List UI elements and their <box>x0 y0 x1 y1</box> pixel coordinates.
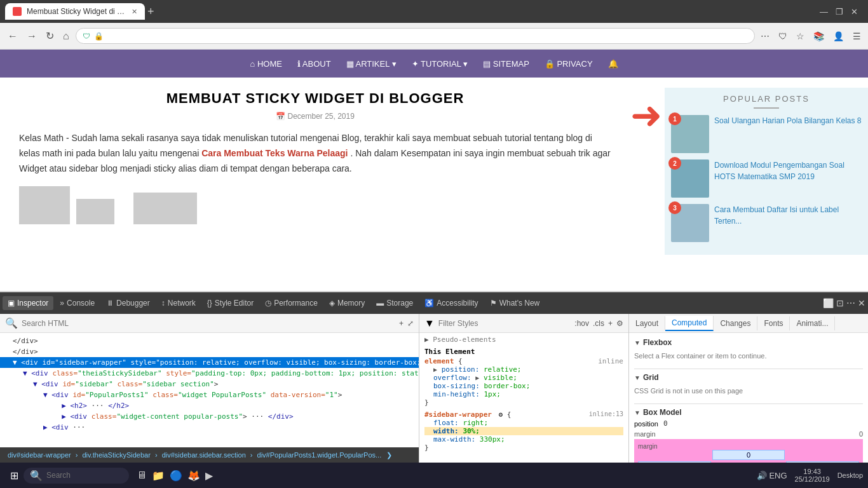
breadcrumb-chevron[interactable]: ❯ <box>386 451 392 459</box>
html-line[interactable]: ▶ <div ··· <box>0 422 419 433</box>
close-devtools-button[interactable]: ✕ <box>858 298 865 308</box>
home-button[interactable]: ⌂ <box>60 28 72 44</box>
shield-button[interactable]: 🛡 <box>776 29 789 43</box>
menu-button[interactable]: ☰ <box>851 29 863 43</box>
html-line[interactable]: ▼ <div id="sidebar" class="sidebar secti… <box>0 379 419 390</box>
pseudo-class-button[interactable]: :hov <box>574 319 589 328</box>
post-title-1[interactable]: Soal Ulangan Harian Pola Bilangan Kelas … <box>714 115 862 126</box>
profile-button[interactable]: 👤 <box>831 29 846 43</box>
post-num-3: 3 <box>668 201 681 214</box>
taskbar-clock[interactable]: 19:43 25/12/2019 <box>795 468 830 483</box>
post-thumb-3: 3 <box>671 204 709 242</box>
nav-about[interactable]: ℹ ABOUT <box>297 59 331 69</box>
start-button[interactable]: ⊞ <box>5 467 24 484</box>
section-divider-2 <box>634 403 863 404</box>
tab-inspector[interactable]: ▣ Inspector <box>3 296 53 310</box>
sidebar-wrapper-section: #sidebar-wrapper ⚙ inline:13 { float: ri… <box>424 410 623 452</box>
nav-privacy[interactable]: 🔒 PRIVACY <box>545 59 593 69</box>
tab-debugger[interactable]: ⏸ Debugger <box>101 296 155 310</box>
flexbox-header[interactable]: ▼ Flexbox <box>634 338 863 347</box>
more-button[interactable]: ⋯ <box>846 298 855 308</box>
taskbar-desktop[interactable]: Desktop <box>837 471 863 479</box>
taskbar-icon-folder[interactable]: 📁 <box>152 470 165 482</box>
tab-changes[interactable]: Changes <box>714 316 757 330</box>
pseudo-elements-header: Pseudo-elements <box>433 334 496 345</box>
tab-whats-new[interactable]: ⚑ What's New <box>485 296 545 310</box>
tab-favicon <box>13 7 22 16</box>
html-line[interactable]: ▼ <div id="PopularPosts1" class="widget … <box>0 390 419 400</box>
library-button[interactable]: 📚 <box>811 29 826 43</box>
lock-icon: 🔒 <box>94 32 104 41</box>
minimize-button[interactable]: — <box>820 7 828 17</box>
browser-tab[interactable]: Membuat Sticky Widget di Blo... ✕ <box>5 3 145 20</box>
tab-accessibility[interactable]: ♿ Accessibility <box>419 296 483 310</box>
taskbar-icon-monitor[interactable]: 🖥 <box>137 470 147 482</box>
box-model-header[interactable]: ▼ Box Model <box>634 408 863 417</box>
tab-layout[interactable]: Layout <box>629 316 665 330</box>
breadcrumb-text: div#sidebar-wrapper › div.theiaStickySid… <box>6 451 383 459</box>
taskbar-icon-firefox[interactable]: 🦊 <box>187 470 200 482</box>
breadcrumb-bar: div#sidebar-wrapper › div.theiaStickySid… <box>0 447 419 463</box>
box-model-section: ▼ Box Model position 0 margin 0 <box>634 408 863 463</box>
language-icon[interactable]: ENG <box>769 471 787 480</box>
bookmarks-button[interactable]: ⋯ <box>759 29 771 43</box>
html-line[interactable]: ▼ <div class="theiaStickySidebar" style=… <box>0 368 419 379</box>
grid-desc: CSS Grid is not in use on this page <box>634 384 863 397</box>
tab-performance[interactable]: ◷ Performance <box>260 296 323 310</box>
nav-artikel[interactable]: ▦ ARTIKEL ▾ <box>346 59 397 69</box>
expand-triangle[interactable]: ▶ <box>424 336 429 344</box>
tab-style-editor[interactable]: {} Style Editor <box>202 296 259 310</box>
close-button[interactable]: ✕ <box>851 7 858 17</box>
nav-home[interactable]: ⌂ HOME <box>250 59 281 69</box>
new-tab-button[interactable]: + <box>147 5 154 18</box>
taskbar-icon-edge[interactable]: 🔵 <box>170 470 182 482</box>
star-button[interactable]: ☆ <box>794 29 806 43</box>
flexbox-section: ▼ Flexbox Select a Flex container or ite… <box>634 338 863 362</box>
dock-button[interactable]: ⬜ <box>823 298 834 308</box>
post-title-2[interactable]: Download Modul Pengembangan Soal HOTS Ma… <box>714 159 862 182</box>
margin-label-text: margin <box>638 443 859 450</box>
taskbar-search-input[interactable] <box>46 471 123 480</box>
tab-storage[interactable]: ▬ Storage <box>371 296 418 310</box>
tab-memory[interactable]: ◈ Memory <box>324 296 370 310</box>
taskbar-search-icon: 🔍 <box>30 470 43 482</box>
back-button[interactable]: ← <box>5 28 20 44</box>
nav-bell[interactable]: 🔔 <box>608 59 618 69</box>
add-rule-button[interactable]: + <box>608 319 613 328</box>
expand-button[interactable]: ⤢ <box>407 319 414 328</box>
nav-tutorial[interactable]: ✦ TUTORIAL ▾ <box>412 59 468 69</box>
html-search-input[interactable] <box>22 319 395 328</box>
class-button[interactable]: .cls <box>593 319 604 328</box>
tab-animations[interactable]: Animati... <box>790 316 835 330</box>
close-tab-button[interactable]: ✕ <box>132 8 137 16</box>
settings-button[interactable]: ⚙ <box>616 319 623 328</box>
tab-console[interactable]: » Console <box>55 296 100 310</box>
post-num-2: 2 <box>668 157 681 170</box>
taskbar-icon-terminal[interactable]: ▶ <box>205 470 213 482</box>
tab-fonts[interactable]: Fonts <box>757 316 790 330</box>
this-element-section: This Element element inline { ▶ position… <box>424 348 623 407</box>
tab-network[interactable]: ↕ Network <box>156 296 201 310</box>
tab-computed[interactable]: Computed <box>665 316 714 331</box>
undock-button[interactable]: ⊡ <box>836 298 844 308</box>
html-line[interactable]: </div> <box>0 346 419 357</box>
html-line[interactable]: ▶ <div class="widget-content popular-pos… <box>0 411 419 422</box>
popular-posts-divider <box>754 107 779 109</box>
maximize-button[interactable]: ❐ <box>836 7 843 17</box>
html-panel: 🔍 + ⤢ </div> </div> ▼ <div id="sidebar-w… <box>0 314 419 463</box>
css-red-arrow: ⟸ <box>424 456 623 463</box>
volume-icon[interactable]: 🔊 <box>757 471 767 480</box>
html-content: </div> </div> ▼ <div id="sidebar-wrapper… <box>0 333 419 447</box>
address-bar[interactable]: https://www.kelasmat.com/2019/12/membuat… <box>107 31 748 41</box>
nav-sitemap[interactable]: ▤ SITEMAP <box>483 59 529 69</box>
add-node-button[interactable]: + <box>399 319 403 328</box>
html-line[interactable]: ▶ <h2> ··· </h2> <box>0 400 419 411</box>
html-line-selected[interactable]: ▼ <div id="sidebar-wrapper" style="posit… <box>0 357 419 368</box>
html-line[interactable]: </div> <box>0 336 419 346</box>
grid-header[interactable]: ▼ Grid <box>634 373 863 382</box>
refresh-button[interactable]: ↻ <box>43 27 57 44</box>
pseudo-elements-section: ▶ Pseudo-elements <box>424 336 623 344</box>
css-filter-input[interactable] <box>438 319 571 328</box>
post-title-3[interactable]: Cara Membuat Daftar Isi untuk Label Tert… <box>714 204 862 227</box>
forward-button[interactable]: → <box>24 28 39 44</box>
